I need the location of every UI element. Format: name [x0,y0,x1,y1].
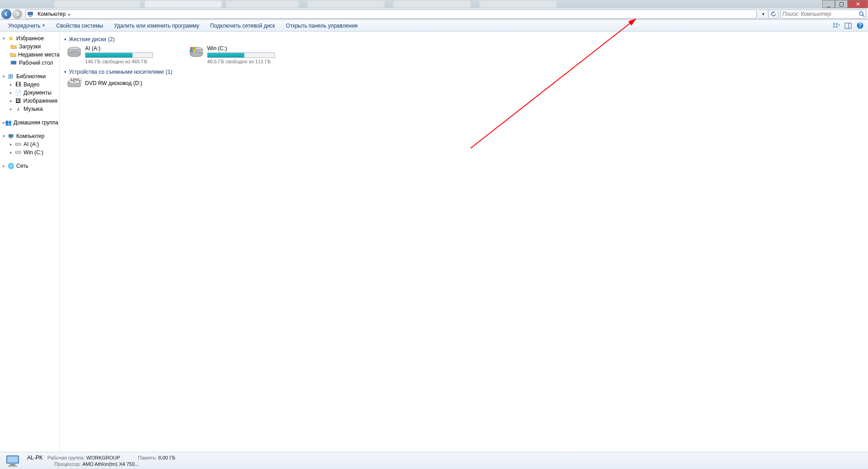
svg-rect-12 [11,61,16,65]
sidebar-item-pictures[interactable]: 🖼Изображения [0,97,59,105]
address-bar[interactable]: Компьютер ▸ [25,9,757,19]
search-box[interactable] [780,9,866,19]
drive-item[interactable]: Win (C:) 48,6 ГБ свободно из 111 ГБ [189,45,293,64]
recent-icon [10,51,16,58]
svg-rect-37 [8,465,17,467]
computer-icon [7,133,14,140]
video-icon: 🎞 [14,81,22,88]
svg-rect-14 [10,74,11,79]
drive-info: 48,6 ГБ свободно из 111 ГБ [207,59,293,64]
svg-rect-27 [193,47,195,49]
svg-rect-6 [833,26,835,28]
sidebar-item-music[interactable]: ♪Музыка [0,105,59,113]
libraries-icon [7,73,14,80]
drive-icon [14,149,22,156]
hdd-windows-icon [189,45,204,57]
svg-rect-35 [7,456,18,463]
sidebar-computer[interactable]: Компьютер [0,132,59,140]
svg-rect-26 [190,47,193,49]
sidebar-item-drive-c[interactable]: Win (C:) [0,148,59,156]
search-input[interactable] [781,11,858,17]
refresh-button[interactable] [768,9,778,19]
svg-point-25 [190,52,203,57]
maximize-button[interactable]: ▢ [835,0,848,8]
svg-rect-7 [836,26,838,28]
uninstall-program-button[interactable]: Удалить или изменить программу [109,20,205,31]
folder-icon [10,43,17,50]
organize-button[interactable]: Упорядочить▼ [3,20,51,31]
sidebar-item-desktop[interactable]: Рабочий стол [0,59,59,67]
svg-rect-19 [15,151,21,153]
address-dropdown-button[interactable]: ▼ [759,9,768,19]
homegroup-icon: 👥 [5,119,12,126]
star-icon [7,35,14,42]
help-button[interactable]: ? [854,21,865,30]
svg-rect-29 [193,50,195,52]
content-area: Жесткие диски (2) AI (A:) 146 ГБ свободн… [60,32,868,452]
sidebar-favorites-header[interactable]: Избранное [0,34,59,43]
svg-point-22 [68,52,81,57]
svg-text:?: ? [858,22,861,28]
system-properties-button[interactable]: Свойства системы [51,20,109,31]
dvd-drive-label: DVD RW дисковод (D:) [85,80,142,86]
back-button[interactable] [1,9,12,19]
forward-button[interactable] [12,9,23,19]
music-icon: ♪ [14,105,22,113]
svg-rect-18 [15,143,21,145]
sidebar-homegroup[interactable]: 👥 Домашняя группа [0,118,59,127]
svg-line-3 [863,15,864,17]
svg-rect-1 [29,16,32,17]
drive-item[interactable]: AI (A:) 146 ГБ свободно из 465 ГБ [67,45,171,64]
map-network-drive-button[interactable]: Подключить сетевой диск [205,20,280,31]
sidebar-item-downloads[interactable]: Загрузки [0,43,59,51]
hdd-icon [67,45,81,57]
removable-devices-header[interactable]: Устройства со съемными носителями (1) [64,69,863,75]
close-button[interactable]: ✕ [848,0,868,8]
sidebar-item-recent[interactable]: Недавние места [0,51,59,59]
svg-rect-8 [845,23,851,28]
svg-text:DVD: DVD [71,78,81,82]
svg-rect-16 [9,134,14,137]
dvd-icon: DVD [67,78,81,89]
documents-icon: 📄 [14,89,22,96]
browser-chrome-blur: _ ▢ ✕ [0,0,868,9]
navigation-pane: Избранное Загрузки Недавние места Рабочи… [0,32,60,452]
svg-rect-36 [10,464,15,465]
chevron-right-icon[interactable]: ▸ [67,12,71,17]
drive-info: 146 ГБ свободно из 465 ГБ [85,59,171,64]
drive-usage-bar [207,52,275,58]
computer-icon [27,10,35,18]
drive-icon [14,141,22,148]
open-control-panel-button[interactable]: Открыть панель управления [280,20,363,31]
svg-point-2 [859,12,863,15]
minimize-button[interactable]: _ [822,0,835,8]
toolbar: Упорядочить▼ Свойства системы Удалить ил… [0,20,868,32]
address-bar-row: Компьютер ▸ ▼ [0,9,868,20]
svg-rect-0 [28,12,33,15]
svg-rect-4 [833,23,835,25]
hard-drives-header[interactable]: Жесткие диски (2) [64,36,863,43]
pc-name: AL-PK [27,455,43,461]
view-options-button[interactable] [831,21,842,30]
breadcrumb-root[interactable]: Компьютер [36,10,67,18]
svg-rect-15 [12,74,13,79]
dvd-drive-item[interactable]: DVD DVD RW дисковод (D:) [67,78,863,89]
network-icon: 🌐 [7,162,14,170]
drive-name: AI (A:) [85,45,171,52]
sidebar-network[interactable]: 🌐 Сеть [0,162,59,170]
sidebar-item-videos[interactable]: 🎞Видео [0,81,59,89]
computer-large-icon [5,454,23,468]
drive-name: Win (C:) [207,45,293,52]
sidebar-item-drive-a[interactable]: AI (A:) [0,140,59,148]
svg-rect-17 [9,138,12,139]
svg-rect-28 [190,50,193,52]
search-icon[interactable] [858,10,866,18]
details-pane: AL-PK Рабочая группа: WORKGROUP Память: … [0,452,868,469]
sidebar-item-documents[interactable]: 📄Документы [0,89,59,97]
svg-rect-5 [836,23,838,25]
drive-usage-bar [85,52,153,58]
svg-rect-13 [9,74,10,79]
preview-pane-button[interactable] [843,21,854,30]
sidebar-libraries-header[interactable]: Библиотеки [0,72,59,81]
desktop-icon [10,59,17,66]
